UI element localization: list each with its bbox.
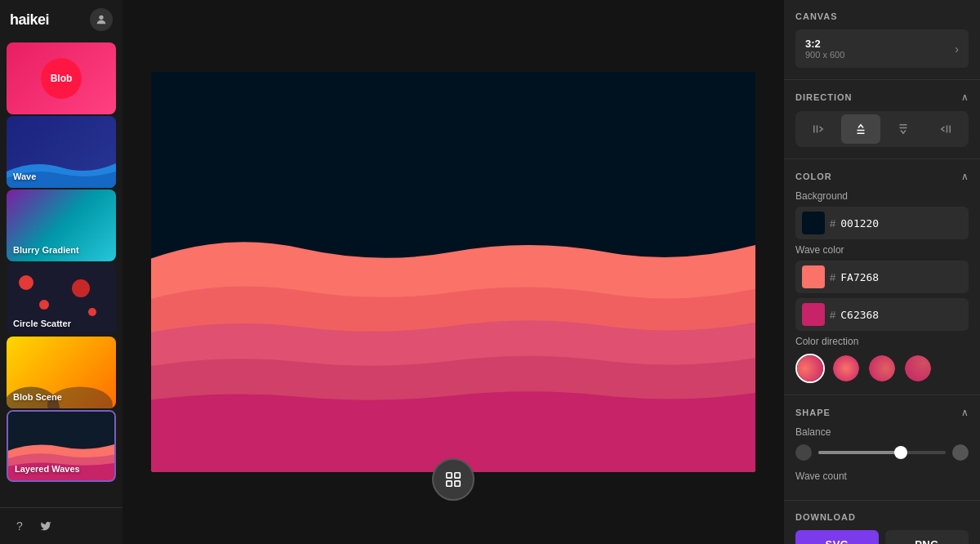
wave-color-swatch-2[interactable] [802,303,825,326]
scatter-dot-3 [72,279,90,297]
scatter-dot-1 [19,275,33,290]
logo: haikei [10,11,49,29]
color-dir-preview-4 [905,355,931,381]
color-dir-preview-3 [869,355,895,381]
download-section-title: DOWNLOAD [795,512,856,522]
wave-preview-svg [7,147,116,188]
ratio-info: 3:2 900 x 600 [805,38,844,60]
wave-color-row-1: # [795,261,969,293]
right-panel: CANVAS 3:2 900 x 600 › DIRECTION ∧ [784,0,980,544]
color-section-header: COLOR ∧ [795,171,969,182]
canvas-container [151,72,755,472]
blobscene-preview [7,365,116,408]
user-avatar-button[interactable] [90,8,113,31]
color-dir-btn-3[interactable] [867,354,897,383]
direction-down-button[interactable] [884,114,923,144]
balance-label: Balance [795,426,969,438]
scatter-dot-2 [39,300,49,310]
sidebar-item-layered[interactable]: Layered Waves [7,410,116,482]
chevron-right-icon: › [955,42,959,56]
sidebar-item-blurry[interactable]: Blurry Gradient [7,190,116,261]
wave-color-swatch-1[interactable] [802,265,825,288]
wave-color-hash-1: # [830,271,835,283]
sidebar-footer: ? [0,507,122,544]
direction-collapse-button[interactable]: ∧ [961,91,969,103]
color-section-title: COLOR [795,172,832,181]
sidebar-header: haikei [0,0,122,39]
background-color-swatch[interactable] [802,212,825,234]
direction-buttons [795,111,969,147]
shape-collapse-button[interactable]: ∧ [961,407,969,418]
balance-slider-thumb[interactable] [894,446,907,459]
ratio-size: 900 x 600 [805,50,844,60]
scatter-dot-4 [88,308,96,316]
canvas-tool-button[interactable] [432,458,474,501]
blob-label: Blob [51,73,73,84]
sidebar-item-circle[interactable]: Circle Scatter [7,263,116,335]
background-color-input[interactable] [840,217,978,230]
direction-section: DIRECTION ∧ [784,80,980,159]
download-section-header: DOWNLOAD [795,512,969,522]
svg-rect-7 [447,481,452,486]
color-dir-preview-2 [833,355,859,381]
wave-item-label: Wave [13,172,36,181]
blobscene-item-label: Blob Scene [13,392,62,402]
direction-section-header: DIRECTION ∧ [795,91,969,103]
wave-color-input-2[interactable] [840,309,978,321]
shape-section-header: SHAPE ∧ [795,407,969,418]
color-dir-btn-2[interactable] [831,354,861,383]
balance-min-icon [795,444,812,461]
color-dir-btn-4[interactable] [903,354,933,383]
sidebar-item-wave[interactable]: Wave [7,116,116,188]
sidebar-item-blobscene[interactable]: Blob Scene [7,337,116,408]
background-hash: # [830,217,835,230]
shape-section: SHAPE ∧ Balance Wave count [784,395,980,501]
canvas-wrapper [151,72,755,472]
svg-rect-8 [455,481,460,486]
color-dir-btn-1[interactable] [795,354,825,383]
color-dir-preview-1 [797,355,823,381]
color-collapse-button[interactable]: ∧ [961,171,969,182]
wave-color-row-2: # 🗑 [795,298,969,331]
balance-slider-fill [818,451,901,454]
circle-item-label: Circle Scatter [13,319,71,328]
color-direction-label: Color direction [795,336,969,347]
download-section: DOWNLOAD SVG PNG [784,501,980,544]
main-canvas-area [122,0,784,544]
balance-slider-track[interactable] [818,451,946,454]
sidebar-items-list: Blob Wave Blurry Gradient Circle Scatter [0,39,122,507]
color-direction-buttons [795,354,969,383]
blob-preview: Blob [41,58,82,99]
svg-point-0 [99,16,103,20]
help-button[interactable]: ? [10,516,29,536]
canvas-section-title: CANVAS [795,11,838,21]
ratio-label: 3:2 [805,38,844,50]
wave-color-label: Wave color [795,244,969,256]
background-label: Background [795,190,969,202]
direction-right-button[interactable] [799,114,838,144]
svg-rect-6 [455,473,460,478]
canvas-ratio-button[interactable]: 3:2 900 x 600 › [795,29,969,68]
main-svg [151,72,755,472]
wave-color-hash-2: # [830,309,835,321]
download-buttons: SVG PNG [795,530,969,544]
download-png-button[interactable]: PNG [885,530,969,544]
direction-left-button[interactable] [926,114,965,144]
balance-max-icon [952,444,969,461]
shape-section-title: SHAPE [795,408,831,417]
sidebar: haikei Blob Wave Blurry Gradient [0,0,122,544]
canvas-section-header: CANVAS [795,11,969,21]
sidebar-item-blob[interactable]: Blob [7,42,116,114]
color-section: COLOR ∧ Background # Wave color # # 🗑 Co… [784,159,980,395]
twitter-button[interactable] [36,516,56,536]
wave-count-label: Wave count [795,470,969,482]
direction-section-title: DIRECTION [795,92,853,102]
svg-rect-5 [447,473,452,478]
layered-item-label: Layered Waves [15,464,80,474]
blurry-item-label: Blurry Gradient [13,245,79,255]
balance-slider-row [795,444,969,461]
direction-up-button[interactable] [841,114,880,144]
wave-color-input-1[interactable] [840,271,978,283]
canvas-section: CANVAS 3:2 900 x 600 › [784,0,980,80]
download-svg-button[interactable]: SVG [795,530,879,544]
